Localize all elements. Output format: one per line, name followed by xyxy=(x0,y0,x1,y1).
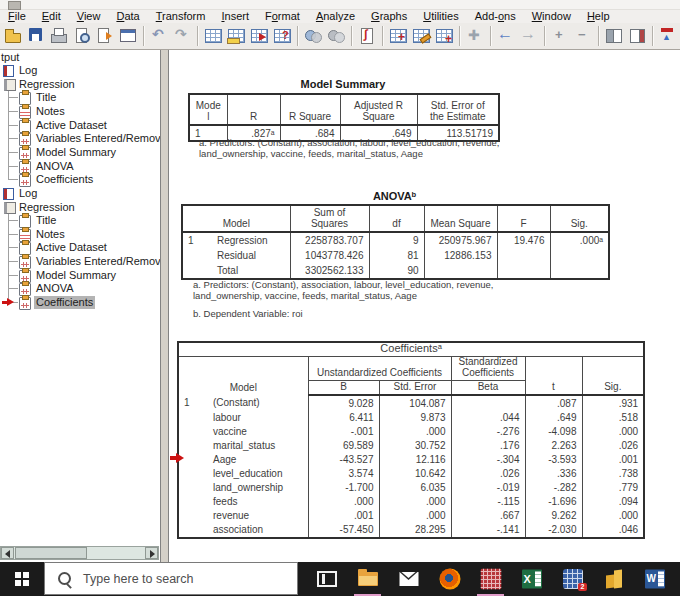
tree-item-log[interactable]: Log xyxy=(0,187,160,200)
tree-item-log[interactable]: Log xyxy=(0,64,160,77)
scroll-left-button[interactable] xyxy=(1,547,14,559)
menu-help[interactable]: Help xyxy=(579,10,618,23)
output-content-pane[interactable]: Model Summary Model R R Square Adjusted … xyxy=(168,50,680,562)
print-icon[interactable] xyxy=(49,25,70,46)
spss-data-icon[interactable]: 2 xyxy=(552,562,593,596)
output-table-icon xyxy=(19,173,32,185)
expand-icon[interactable] xyxy=(550,25,571,46)
menu-window[interactable]: Window xyxy=(524,10,579,23)
task-view-icon[interactable] xyxy=(306,562,347,596)
goto-variable-icon[interactable] xyxy=(249,25,270,46)
scrollbar-thumb[interactable] xyxy=(15,547,87,559)
table-row: feeds.000.000-.115-1.696.094 xyxy=(178,495,644,509)
tree-item-anova[interactable]: ANOVA xyxy=(0,282,160,295)
menu-insert[interactable]: Insert xyxy=(213,10,257,23)
insert-cases-icon[interactable] xyxy=(388,25,409,46)
tree-item-coefficients[interactable]: Coefficients xyxy=(0,173,160,186)
cell-b: 3.574 xyxy=(308,466,379,480)
tree-item-model-summary[interactable]: Model Summary xyxy=(0,146,160,159)
menu-utilities[interactable]: Utilities xyxy=(415,10,467,23)
model-summary-table[interactable]: Model R R Square Adjusted RSquare Std. E… xyxy=(188,93,500,142)
menu-transform[interactable]: Transform xyxy=(148,10,214,23)
redo-icon[interactable] xyxy=(172,25,193,46)
tree-item-variables-entered-removed[interactable]: Variables Entered/Removed xyxy=(0,255,160,268)
run-script-icon[interactable] xyxy=(357,25,378,46)
export-icon[interactable] xyxy=(95,25,116,46)
goto-case-icon[interactable] xyxy=(226,25,247,46)
mail-icon[interactable] xyxy=(388,562,429,596)
dataset-icon xyxy=(19,241,32,253)
show-book-icon[interactable] xyxy=(604,25,625,46)
spacer-cell xyxy=(525,357,582,381)
select-last-output-icon[interactable] xyxy=(465,25,486,46)
firefox-icon[interactable] xyxy=(429,562,470,596)
save-icon[interactable] xyxy=(26,25,47,46)
excel-icon[interactable] xyxy=(511,562,552,596)
tree-item-title[interactable]: Title xyxy=(0,91,160,104)
coefficients-table[interactable]: Coefficientsᵃ Model Unstandardized Coeff… xyxy=(177,341,645,539)
menu-file[interactable]: File xyxy=(0,10,34,23)
edit-sets-icon[interactable] xyxy=(411,25,432,46)
menu-format[interactable]: Format xyxy=(257,10,308,23)
cell-t: -4.098 xyxy=(525,424,582,438)
current-output-arrow xyxy=(170,453,182,462)
tree-item-title[interactable]: Title xyxy=(0,214,160,227)
table-row: labour6.4119.873.044.649.518 xyxy=(178,410,644,424)
collapse-icon[interactable] xyxy=(573,25,594,46)
cell-m xyxy=(182,263,212,279)
cell-label: level_education xyxy=(208,466,308,480)
tree-item-notes[interactable]: Notes xyxy=(0,228,160,241)
word-icon[interactable] xyxy=(634,562,675,596)
select-cases-icon[interactable] xyxy=(326,25,347,46)
tree-item-notes[interactable]: Notes xyxy=(0,105,160,118)
tree-item-coefficients[interactable]: Coefficients xyxy=(0,296,160,309)
anova-table[interactable]: Model Sum ofSquares df Mean Square F Sig… xyxy=(181,204,610,280)
hide-book-icon[interactable] xyxy=(627,25,648,46)
value-labels-icon[interactable] xyxy=(434,25,455,46)
outline-horizontal-scrollbar[interactable] xyxy=(0,546,159,560)
menu-edit[interactable]: Edit xyxy=(34,10,69,23)
open-output-icon[interactable] xyxy=(3,25,24,46)
cell-m xyxy=(178,495,208,509)
powerbi-icon[interactable] xyxy=(593,562,634,596)
goto-data-icon[interactable] xyxy=(203,25,224,46)
forward-icon[interactable] xyxy=(519,25,540,46)
spss-viewer-icon[interactable] xyxy=(470,562,511,596)
cell-ms xyxy=(424,263,497,279)
undo-icon[interactable] xyxy=(149,25,170,46)
variables-info-icon[interactable] xyxy=(272,25,293,46)
menu-data[interactable]: Data xyxy=(108,10,147,23)
tree-item-regression[interactable]: Regression xyxy=(0,78,160,91)
back-icon[interactable] xyxy=(496,25,517,46)
tree-item-model-summary[interactable]: Model Summary xyxy=(0,269,160,282)
tree-root-output[interactable]: tput xyxy=(1,51,19,63)
cell-sig: .779 xyxy=(582,481,644,495)
cell-m xyxy=(178,438,208,452)
menu-analyze[interactable]: Analyze xyxy=(308,10,363,23)
file-explorer-icon[interactable] xyxy=(347,562,388,596)
outline-pane[interactable]: tput LogRegressionTitleNotesActive Datas… xyxy=(0,50,161,562)
cell-m xyxy=(178,424,208,438)
taskbar-search[interactable]: Type here to search xyxy=(44,562,298,595)
col-header-mean-square: Mean Square xyxy=(424,205,497,232)
cell-label: labour xyxy=(208,410,308,424)
tree-item-variables-entered-removed[interactable]: Variables Entered/Removed xyxy=(0,132,160,145)
menu-view[interactable]: View xyxy=(69,10,109,23)
col-header-b: B xyxy=(308,381,379,396)
dialog-recall-icon[interactable] xyxy=(118,25,139,46)
start-button[interactable] xyxy=(0,562,44,596)
title-icon xyxy=(19,91,32,103)
find-icon[interactable] xyxy=(303,25,324,46)
scroll-right-button[interactable] xyxy=(145,547,158,559)
pane-splitter[interactable] xyxy=(161,50,168,562)
tree-item-regression[interactable]: Regression xyxy=(0,201,160,214)
print-preview-icon[interactable] xyxy=(72,25,93,46)
tree-item-active-dataset[interactable]: Active Dataset xyxy=(0,119,160,132)
tree-item-anova[interactable]: ANOVA xyxy=(0,160,160,173)
insert-heading-icon[interactable] xyxy=(658,25,679,46)
tree-item-active-dataset[interactable]: Active Dataset xyxy=(0,241,160,254)
menu-graphs[interactable]: Graphs xyxy=(363,10,415,23)
cell-sig: .046 xyxy=(582,523,644,538)
menu-add-ons[interactable]: Add-ons xyxy=(467,10,524,23)
col-header-t: t xyxy=(525,381,582,396)
